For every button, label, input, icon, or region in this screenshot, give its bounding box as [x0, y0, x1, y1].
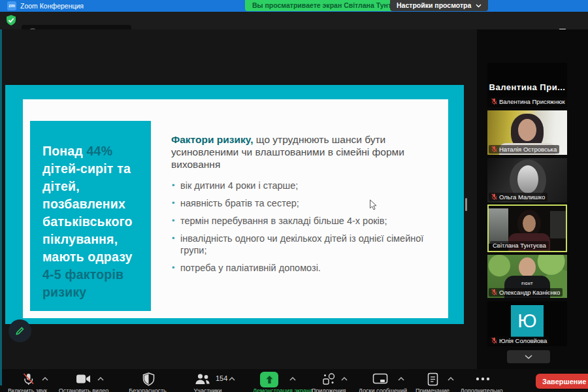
- notes-icon: [427, 372, 438, 386]
- mic-muted-icon: [491, 98, 497, 105]
- participant-video: [523, 215, 536, 232]
- share-options-chevron[interactable]: [288, 375, 297, 383]
- stop-video-button[interactable]: [73, 370, 94, 387]
- audio-options-chevron[interactable]: [41, 375, 50, 383]
- apps-icon: [322, 372, 336, 386]
- participant-display-name: Валентина При...: [487, 82, 567, 92]
- participant-avatar: [517, 165, 538, 193]
- shared-screen-edge: [0, 29, 2, 385]
- apps-label: Приложения: [312, 387, 346, 392]
- more-button[interactable]: [472, 370, 494, 387]
- participant-name-label: Валентина Присяжнюк: [489, 97, 567, 106]
- notes-options-chevron[interactable]: [446, 375, 455, 383]
- shirt-text: FIGHT: [521, 282, 533, 286]
- participants-count: 154: [216, 374, 227, 382]
- apps-button[interactable]: [319, 370, 338, 387]
- panel-resize-handle[interactable]: [465, 198, 467, 211]
- unmute-label: Включить звук: [8, 387, 47, 392]
- pencil-icon: [14, 325, 25, 336]
- window-title-bar: zm Zoom Конференция Вы просматриваете эк…: [0, 0, 588, 12]
- stat-highlight: 4-5 факторів ризику: [42, 267, 123, 299]
- shield-icon: [142, 372, 155, 386]
- mic-muted-icon: [22, 372, 35, 386]
- participants-label: Участники: [194, 387, 222, 392]
- participants-button[interactable]: [193, 370, 212, 387]
- slide-body: Фактори ризику, що утруднюють шанси бути…: [171, 133, 434, 280]
- participant-video: [518, 119, 536, 141]
- notes-button[interactable]: [423, 370, 442, 387]
- participants-icon: [195, 373, 210, 385]
- mic-muted-icon: [491, 289, 497, 296]
- slide-bullet: інвалідність одного чи декількох дітей і…: [171, 233, 434, 256]
- participant-name-label: Наталія Островська: [489, 145, 559, 154]
- window-title: Zoom Конференция: [20, 2, 84, 10]
- participant-avatar-letter: Ю: [511, 305, 544, 337]
- annotate-button[interactable]: [8, 319, 31, 342]
- mic-muted-icon: [491, 193, 497, 201]
- more-label: Дополнительно: [461, 387, 503, 392]
- view-options-button[interactable]: Настройки просмотра: [390, 0, 488, 11]
- slide-heading: Фактори ризику, що утруднюють шанси бути…: [171, 133, 434, 171]
- participants-options-chevron[interactable]: [227, 375, 237, 383]
- participant-name-label: Юлія Соловйова: [489, 336, 549, 345]
- zoom-logo-icon: zm: [7, 1, 16, 10]
- slide-bullet-list: вік дитини 4 роки і старше; наявність бр…: [171, 180, 434, 274]
- participant-tile[interactable]: Валентина При... Валентина Присяжнюк: [487, 63, 567, 107]
- slide-white-card: Понад 44% дітей-сиріт та дітей, позбавле…: [23, 99, 448, 318]
- mic-muted-icon: [491, 146, 497, 153]
- participant-video: [519, 257, 536, 277]
- unmute-button[interactable]: [18, 370, 38, 387]
- slide-bullet: наявність братів та сестер;: [171, 197, 434, 209]
- participant-video: [550, 211, 566, 238]
- share-up-arrow-icon: [265, 375, 274, 384]
- more-dots-icon: [476, 377, 490, 381]
- view-options-label: Настройки просмотра: [397, 0, 471, 11]
- whiteboard-icon: [372, 373, 388, 385]
- end-meeting-button[interactable]: Завершение: [536, 374, 588, 389]
- security-button[interactable]: [139, 370, 158, 387]
- slide-stat-text: Понад 44% дітей-сиріт та дітей, позбавле…: [42, 142, 140, 301]
- participant-tile[interactable]: Ю Юлія Соловйова: [487, 301, 567, 346]
- slide-bullet: потреба у паліативній допомозі.: [171, 262, 434, 274]
- mouse-cursor-icon: [369, 199, 378, 212]
- video-options-chevron[interactable]: [96, 375, 105, 383]
- viewing-screen-banner: Вы просматриваете экран Світлана Тунтуєв…: [245, 0, 414, 11]
- share-screen-button[interactable]: [260, 372, 278, 387]
- participant-name-label: Ольга Малишко: [489, 193, 547, 201]
- encryption-shield-icon[interactable]: [5, 14, 17, 26]
- stat-highlight: 44%: [87, 144, 113, 158]
- apps-options-chevron[interactable]: [340, 375, 349, 383]
- whiteboard-options-chevron[interactable]: [397, 375, 406, 383]
- participant-tile-active-speaker[interactable]: Світлана Тунтуєва: [487, 204, 567, 252]
- participant-name-label: Олександр Казнієнко: [489, 288, 563, 297]
- whiteboard-button[interactable]: [370, 370, 391, 387]
- security-label: Безопасность: [129, 387, 166, 392]
- slide-bullet: термін перебування в закладі більше 4-х …: [171, 215, 434, 227]
- slide-bullet: вік дитини 4 роки і старше;: [171, 180, 434, 191]
- participant-tile[interactable]: FIGHT Олександр Казнієнко: [487, 255, 567, 298]
- participant-video: [489, 208, 508, 244]
- camera-icon: [76, 374, 91, 384]
- slide-stat-box: Понад 44% дітей-сиріт та дітей, позбавле…: [30, 121, 151, 311]
- notes-label: Примечание: [416, 387, 449, 392]
- participant-tile[interactable]: Ольга Малишко: [487, 158, 567, 203]
- stop-video-label: Остановить видео: [59, 387, 109, 392]
- mic-muted-icon: [491, 337, 497, 344]
- scroll-participants-button[interactable]: [507, 350, 550, 363]
- meeting-top-bar: Запись... Вид: [0, 12, 588, 29]
- participant-tile[interactable]: Наталія Островська: [487, 110, 567, 155]
- participant-name-label: Світлана Тунтуєва: [490, 241, 549, 250]
- chevron-down-icon: [476, 4, 482, 8]
- share-screen-label: Демонстрация экрана: [253, 387, 313, 392]
- whiteboard-label: Доски сообщений: [359, 387, 407, 392]
- chevron-down-icon: [525, 355, 532, 359]
- presentation-slide: Понад 44% дітей-сиріт та дітей, позбавле…: [5, 85, 464, 324]
